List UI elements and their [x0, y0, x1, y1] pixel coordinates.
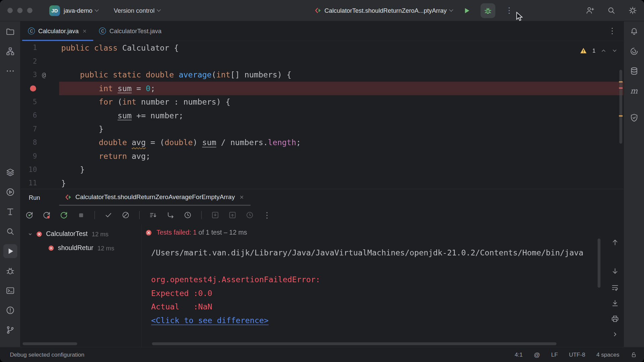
soft-wrap-button[interactable] — [609, 281, 621, 294]
gutter-line[interactable]: 1 — [20, 41, 59, 54]
gutter-line[interactable]: 2 — [20, 55, 59, 68]
console-vertical-scrollbar[interactable] — [598, 238, 601, 288]
code-line-8[interactable]: double avg = (double) sum / numbers.leng… — [59, 136, 623, 149]
code-line-10[interactable]: } — [59, 163, 623, 176]
line-separator[interactable]: LF — [551, 351, 558, 358]
gutter-line[interactable]: 6 — [20, 109, 59, 122]
run-tool-button[interactable] — [3, 244, 17, 258]
warning-stripe-mark[interactable] — [619, 81, 623, 82]
run-button[interactable] — [459, 3, 474, 18]
rerun-failed-tests-button[interactable] — [40, 209, 53, 221]
notifications-button[interactable] — [627, 24, 641, 39]
debug-button[interactable] — [480, 3, 495, 18]
show-passed-button[interactable] — [102, 209, 115, 221]
ai-assistant-button[interactable] — [627, 44, 641, 58]
tab-close-icon[interactable] — [82, 28, 88, 34]
tree-horizontal-scrollbar[interactable] — [22, 342, 77, 345]
editor-scrollbar-thumb[interactable] — [620, 70, 623, 143]
inspections-widget[interactable]: 1 — [580, 44, 618, 57]
code-with-me-button[interactable] — [582, 3, 597, 18]
ai-status-icon[interactable]: @ — [534, 351, 540, 358]
code-line-6[interactable]: sum += number; — [59, 109, 623, 122]
console-horizontal-scrollbar[interactable] — [152, 342, 556, 345]
code-line-1[interactable]: public class Calculator { — [59, 41, 623, 54]
run-tab[interactable]: CalculatorTest.shouldReturnZeroAverageFo… — [59, 189, 251, 205]
vcs-widget[interactable]: Version control — [114, 7, 160, 14]
rerun-button[interactable] — [23, 209, 36, 221]
indent-setting[interactable]: 4 spaces — [596, 351, 620, 358]
maven-tool-button[interactable]: m — [627, 84, 641, 98]
scroll-down-button[interactable] — [609, 265, 621, 277]
window-zoom-button[interactable] — [27, 8, 33, 13]
code-line-3[interactable]: public static double average(int[] numbe… — [59, 68, 623, 81]
stop-button[interactable] — [75, 209, 87, 221]
window-minimize-button[interactable] — [17, 8, 22, 13]
dependency-checker-button[interactable] — [627, 111, 641, 125]
code-line-5[interactable]: for (int number : numbers) { — [59, 95, 623, 109]
file-encoding[interactable]: UTF-8 — [569, 351, 585, 358]
tab-options-button[interactable]: ⋮ — [601, 21, 623, 41]
code-line-11[interactable]: } — [59, 177, 623, 189]
test-tree-row[interactable]: CalculatorTest12 ms — [20, 227, 141, 241]
export-test-results-button[interactable] — [226, 209, 239, 221]
test-history-button[interactable] — [244, 209, 256, 221]
services-tool-button[interactable] — [3, 165, 17, 179]
annotation-gutter-icon[interactable]: @ — [42, 68, 46, 81]
code-line-7[interactable]: } — [59, 122, 623, 136]
prev-problem-chevron-icon[interactable] — [600, 48, 606, 54]
settings-button[interactable] — [625, 3, 640, 18]
gutter-line[interactable]: 3@ — [20, 68, 59, 81]
run-configuration-widget[interactable]: CalculatorTest.shouldReturnZeroA...ptyAr… — [315, 7, 452, 14]
gutter-line[interactable]: 11 — [20, 177, 59, 189]
database-tool-button[interactable] — [627, 64, 641, 78]
editor-tab[interactable]: CCalculator.java — [22, 21, 93, 41]
test-console[interactable]: Tests failed: 1 of 1 test – 12 ms /Users… — [142, 225, 623, 347]
code-editor[interactable]: 123@567891011 public class Calculator { … — [20, 41, 624, 189]
more-tool-windows-button[interactable] — [3, 64, 17, 78]
project-badge[interactable]: JD — [49, 5, 60, 16]
console-line[interactable]: <Click to see difference> — [151, 314, 624, 327]
gutter-line-breakpoint[interactable] — [20, 82, 59, 95]
project-tool-button[interactable] — [3, 24, 17, 39]
run-more-options-button[interactable]: ⋮ — [261, 209, 273, 221]
code-line-4[interactable]: int sum = 0; — [59, 82, 623, 95]
scroll-to-end-button[interactable] — [609, 297, 621, 309]
cursor-position[interactable]: 4:1 — [515, 351, 523, 358]
tab-close-icon[interactable] — [238, 194, 245, 200]
gutter-line[interactable]: 10 — [20, 163, 59, 176]
code-line-9[interactable]: return avg; — [59, 149, 623, 163]
project-widget[interactable]: java-demo — [64, 7, 98, 14]
find-tool-button[interactable] — [3, 225, 17, 239]
import-test-results-button[interactable] — [209, 209, 221, 221]
text-tool-button[interactable] — [3, 205, 17, 219]
print-button[interactable] — [609, 312, 621, 325]
code-line-2[interactable] — [59, 55, 623, 68]
scroll-up-button[interactable] — [609, 236, 621, 248]
sort-by-duration-button[interactable] — [147, 209, 159, 221]
next-problem-chevron-icon[interactable] — [611, 48, 618, 54]
terminal-tool-button[interactable] — [3, 284, 17, 298]
structure-tool-button[interactable] — [3, 44, 17, 58]
version-control-tool-button[interactable] — [3, 323, 17, 337]
breakpoint-dot[interactable] — [30, 85, 36, 92]
navigate-with-source-button[interactable] — [164, 209, 177, 221]
debug-tool-button[interactable] — [3, 264, 17, 278]
readonly-lock-button[interactable] — [631, 351, 638, 358]
expand-button[interactable] — [609, 328, 621, 340]
run-tool-window-title[interactable]: Run — [29, 189, 40, 205]
search-everywhere-button[interactable] — [604, 3, 619, 18]
editor-tab[interactable]: CCalculatorTest.java — [93, 21, 167, 41]
tree-expand-chevron-icon[interactable] — [27, 231, 33, 237]
show-test-duration-button[interactable] — [181, 209, 194, 221]
window-close-button[interactable] — [7, 8, 13, 13]
warning-stripe-mark[interactable] — [619, 115, 623, 117]
gutter-line[interactable]: 5 — [20, 95, 59, 109]
gutter-line[interactable]: 8 — [20, 136, 59, 149]
test-tree-row[interactable]: shouldRetur12 ms — [20, 241, 141, 255]
breakpoint-stripe-mark[interactable] — [619, 87, 623, 89]
problems-tool-button[interactable] — [3, 303, 17, 317]
toggle-auto-test-button[interactable] — [57, 209, 70, 221]
show-ignored-button[interactable] — [119, 209, 132, 221]
gutter-line[interactable]: 9 — [20, 149, 59, 163]
run-anything-tool-button[interactable] — [3, 185, 17, 199]
